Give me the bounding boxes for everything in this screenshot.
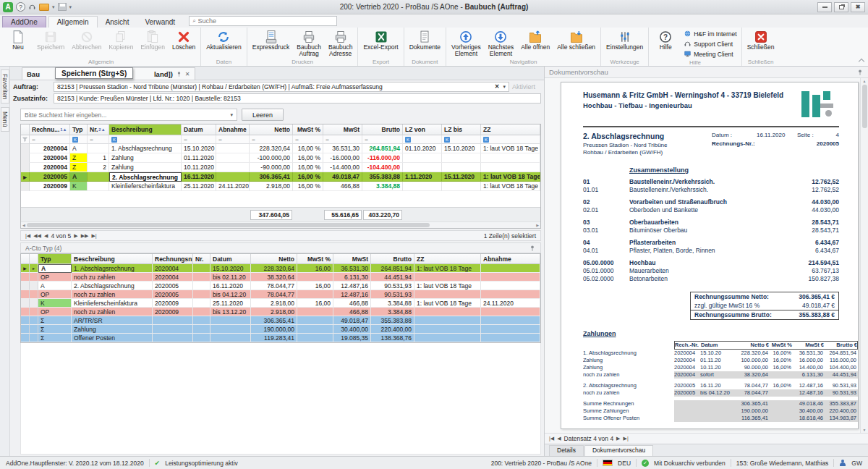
alle-schliessen-button[interactable]: Alle schließen <box>553 28 599 58</box>
pager-next-icon[interactable]: ▶ <box>616 436 620 441</box>
scroll-up-icon[interactable]: ▲ <box>863 79 867 83</box>
baubuch-adresse-button[interactable]: BaubuchAdresse <box>325 28 357 58</box>
col-rechnung[interactable]: Rechnu...1▲ <box>30 124 70 135</box>
headset-icon[interactable] <box>28 3 36 11</box>
pager-fast-next-icon[interactable]: ▶▶ <box>81 233 89 239</box>
col-lz-bis[interactable]: LZ bis <box>442 124 481 135</box>
filter-cell[interactable]: = <box>30 135 70 144</box>
table-row[interactable]: ▶ 2020005 A 2. Abschlagsrechnung 16.11.2… <box>21 172 540 182</box>
ribbon-collapse-icon[interactable] <box>859 59 864 64</box>
col-nr[interactable]: Nr.2▲ <box>88 124 109 135</box>
pager-last-icon[interactable]: ▶| <box>624 436 629 441</box>
scroll-left-icon[interactable]: ◀ <box>22 223 25 227</box>
pager-last-icon[interactable]: ▶| <box>91 233 96 239</box>
neu-button[interactable]: Neu <box>3 28 33 58</box>
auftrag-combo[interactable]: 82153 | Preussen Stadion - Nord Tribüne … <box>54 82 509 92</box>
open-icon[interactable] <box>39 4 49 11</box>
col-typ[interactable]: Typ <box>70 124 88 135</box>
table-row[interactable]: OP noch zu zahlen 2020009 bis 13.12.20 2… <box>21 308 540 316</box>
scrollbar-thumb[interactable] <box>862 85 867 128</box>
col-rechnungsnr[interactable]: Rechnungsnr. <box>153 254 193 264</box>
vorheriges-element-button[interactable]: VorherigesElement <box>448 28 485 58</box>
user-avatar-icon[interactable] <box>839 460 846 467</box>
alle-oeffnen-button[interactable]: Alle öffnen <box>517 28 553 58</box>
row-expander[interactable] <box>30 325 38 334</box>
table-row[interactable]: K Kleinlieferscheinfaktura 2020009 25.11… <box>21 299 540 308</box>
row-expander[interactable] <box>30 299 38 308</box>
support-client-button[interactable]: Support Client <box>684 39 737 48</box>
tab-allgemein[interactable]: Allgemein <box>48 16 98 28</box>
row-expander[interactable] <box>30 290 38 299</box>
loeschen-button[interactable]: Löschen <box>169 28 199 58</box>
row-expander[interactable] <box>30 273 38 282</box>
pin-icon[interactable] <box>176 71 182 77</box>
col-mwst[interactable]: MwSt <box>323 124 362 135</box>
pager-next-icon[interactable]: ▶ <box>74 233 77 239</box>
tab-dokumentvorschau[interactable]: Dokumentvorschau <box>584 445 653 456</box>
table-row[interactable]: 2020004 A 1. Abschlagsrechnung 15.10.202… <box>21 144 540 153</box>
filter-cell[interactable]: = <box>182 135 216 144</box>
language-label[interactable]: DEU <box>618 460 631 467</box>
col-datum[interactable]: Datum <box>182 124 216 135</box>
sidebar-tab-favoriten[interactable]: Favoriten <box>1 69 9 103</box>
chevron-down-icon[interactable]: ▾ <box>230 112 233 118</box>
ribbon-search-input[interactable] <box>198 17 334 25</box>
pager-prev-icon[interactable]: ◀ <box>44 233 48 239</box>
aktualisieren-button[interactable]: Aktualisieren <box>203 28 245 58</box>
col-beschreibung[interactable]: Beschreibung <box>72 254 153 264</box>
filter-cell[interactable]: = <box>293 135 323 144</box>
table-row[interactable]: OP noch zu zahlen 2020005 bis 04.12.20 7… <box>21 290 540 299</box>
hf-internet-button[interactable]: H&F im Internet <box>684 29 737 38</box>
preview-panel-header[interactable]: Dokumentvorschau <box>545 67 868 78</box>
filter-cell[interactable]: = <box>250 135 293 144</box>
tab-close-icon[interactable]: ✕ <box>185 71 190 77</box>
filter-cell[interactable]: K <box>442 135 481 144</box>
meeting-client-button[interactable]: Meeting Client <box>684 49 737 59</box>
naechstes-element-button[interactable]: NächstesElement <box>485 28 517 58</box>
pager-prev-icon[interactable]: ◀ <box>557 436 561 441</box>
filter-cell[interactable]: = <box>362 135 403 144</box>
col-brutto[interactable]: Brutto <box>362 124 403 135</box>
acto-panel-header[interactable]: A-Cto Typ (4) <box>20 242 541 253</box>
schliessen-button[interactable]: Schließen <box>744 28 778 58</box>
restore-button[interactable] <box>834 2 848 12</box>
hilfe-button[interactable]: Hilfe <box>650 28 681 59</box>
expressdruck-button[interactable]: Expressdruck <box>249 28 294 58</box>
tab-details[interactable]: Details <box>549 445 584 456</box>
kopieren-button[interactable]: Kopieren <box>105 28 137 58</box>
dokumente-button[interactable]: Dokumente <box>406 28 444 58</box>
grid-search-input[interactable] <box>25 111 230 119</box>
save-quick-icon[interactable] <box>58 3 67 11</box>
tab-addone[interactable]: AddOne <box>2 16 46 28</box>
filter-cell[interactable]: K <box>109 135 182 144</box>
leeren-button[interactable]: Leeren <box>242 109 284 121</box>
col-zz[interactable]: ZZ <box>414 254 481 264</box>
row-expander[interactable] <box>30 334 38 342</box>
table-row[interactable]: OP noch zu zahlen 2020004 bis 02.11.20 3… <box>21 273 540 282</box>
horizontal-scrollbar[interactable]: ◀ ▶ <box>21 221 540 228</box>
col-typ[interactable]: Typ <box>38 254 72 264</box>
table-row[interactable]: Σ Offener Posten 119.283,41 19.085,35 13… <box>21 334 540 342</box>
col-zz[interactable]: ZZ <box>481 124 540 135</box>
col-beschreibung[interactable]: Beschreibung <box>109 124 182 135</box>
filter-cell[interactable]: = <box>88 135 109 144</box>
grid-search-combo[interactable]: ▾ <box>20 109 237 121</box>
excel-export-button[interactable]: Excel-Export <box>359 28 401 58</box>
tab-verwandt[interactable]: Verwandt <box>137 17 183 28</box>
pager-first-icon[interactable]: |◀ <box>549 436 554 441</box>
ribbon-search[interactable]: ⌕ <box>189 16 337 26</box>
col-netto[interactable]: Netto <box>251 254 297 264</box>
speichern-button[interactable]: Speichern <box>33 28 68 58</box>
filter-cell[interactable]: = <box>216 135 250 144</box>
table-row[interactable]: A 2. Abschlagsrechnung 2020005 16.11.202… <box>21 282 540 290</box>
col-lz-von[interactable]: LZ von <box>403 124 442 135</box>
tab-ansicht[interactable]: Ansicht <box>98 17 137 28</box>
chevron-down-icon[interactable]: ▾ <box>52 4 55 10</box>
table-row[interactable]: 2020004 Z 1 Zahlung 01.11.2020 -100.000,… <box>21 153 540 163</box>
sidebar-tab-menue[interactable]: Menü <box>1 107 9 131</box>
col-datum[interactable]: Datum <box>210 254 251 264</box>
scroll-right-icon[interactable]: ▶ <box>536 223 539 227</box>
quick-help-icon[interactable]: ? <box>16 2 25 12</box>
scrollbar-thumb[interactable] <box>27 223 430 227</box>
col-abnahme[interactable]: Abnahme <box>216 124 250 135</box>
